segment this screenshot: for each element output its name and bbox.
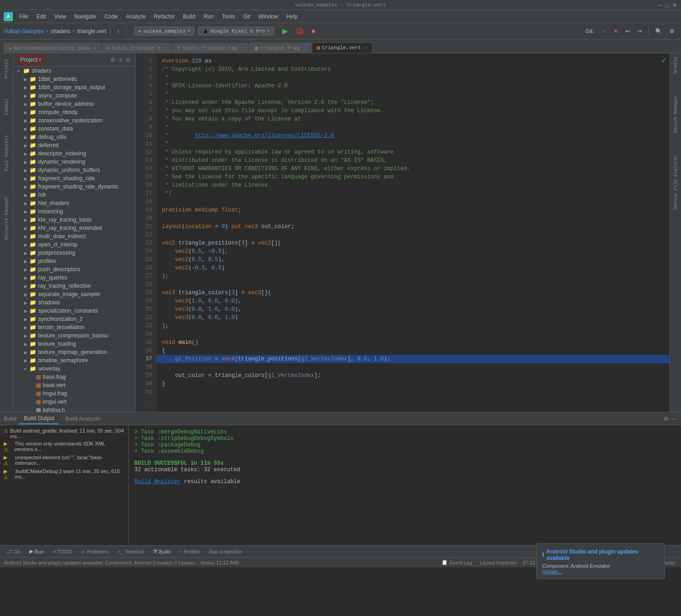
gear-icon-btn[interactable]: ⚙ xyxy=(109,56,116,64)
tree-item[interactable]: ▦ base.frag xyxy=(14,373,135,381)
redo-btn[interactable]: ↪ xyxy=(635,27,645,36)
tree-item[interactable]: ▶ 📁 terrain_tessellation xyxy=(14,323,135,331)
build-analyzer-tab[interactable]: Build Analyzer xyxy=(61,414,105,424)
undo-btn[interactable]: ↩ xyxy=(623,27,633,36)
build-analyzer-link[interactable]: Build Analyzer xyxy=(134,479,181,485)
menu-tools[interactable]: Tools xyxy=(218,12,239,21)
search-everywhere-btn[interactable]: 🔍 xyxy=(652,27,665,36)
tab-hello-cpp[interactable]: C hello_triangle.cpp ✕ xyxy=(173,43,249,53)
tree-item[interactable]: ▶ 📁 hlsl_shaders xyxy=(14,199,135,207)
tree-item[interactable]: ▶ 📁 descriptor_indexing xyxy=(14,149,135,158)
tree-item[interactable]: ▶ 📁 fragment_shading_rate xyxy=(14,174,135,183)
git-check-btn[interactable]: ✓ xyxy=(599,27,609,36)
menu-edit[interactable]: Edit xyxy=(33,12,50,21)
pull-requests-toggle[interactable]: Pull Requests xyxy=(3,133,10,173)
stop-btn[interactable]: ■ xyxy=(309,27,318,36)
minimize-btn[interactable]: ─ xyxy=(658,1,663,9)
tree-item[interactable]: ▶ 📁 compute_nbody xyxy=(14,108,135,116)
device-file-explorer-toggle[interactable]: Device File Explorer xyxy=(672,151,679,213)
tree-item[interactable]: ▶ 📁 postprocessing xyxy=(14,249,135,257)
tree-item[interactable]: ▶ 📁 hdr xyxy=(14,191,135,199)
menu-file[interactable]: File xyxy=(16,12,32,21)
tree-item[interactable]: ▶ 📁 dynamic_rendering xyxy=(14,158,135,166)
device-manager-toggle[interactable]: Device Manager xyxy=(672,91,679,137)
tree-item[interactable]: ▶ 📁 specialization_constants xyxy=(14,307,135,315)
tree-item[interactable]: ▶ 📁 texture_mipmap_generation xyxy=(14,348,135,356)
profiler-nav-btn[interactable]: ~ Profiler xyxy=(177,548,202,555)
tree-item[interactable]: ▶ 📁 16bit_arithmetic xyxy=(14,75,135,83)
tree-item[interactable]: ▦ base.vert xyxy=(14,381,135,389)
tree-item[interactable]: ▦ lighting.h xyxy=(14,406,135,412)
maximize-btn[interactable]: □ xyxy=(665,1,669,9)
event-log-btn[interactable]: 📋 Event Log xyxy=(440,559,474,566)
device-selector[interactable]: 📱 Google Pixel 6 Pro ▼ xyxy=(198,27,274,35)
folder-shaders[interactable]: shaders xyxy=(51,28,70,34)
commit-toggle[interactable]: Commit xyxy=(3,97,10,117)
tree-item[interactable]: ▶ 📁 conservative_rasterization xyxy=(14,116,135,125)
collapse-btn[interactable]: ─ xyxy=(671,415,677,423)
project-name[interactable]: Vulkan-Samples xyxy=(4,28,44,34)
tree-item[interactable]: ▶ 📁 debug_utils xyxy=(14,133,135,141)
tree-item[interactable]: ▶ 📁 multi_draw_indirect xyxy=(14,232,135,240)
menu-refactor[interactable]: Refactor xyxy=(150,12,178,21)
tree-item[interactable]: ▶ 📁 texture_loading xyxy=(14,340,135,348)
app-inspection-nav-btn[interactable]: App Inspection xyxy=(206,548,246,555)
tree-item[interactable]: ▶ 📁 push_descriptors xyxy=(14,265,135,274)
tree-item[interactable]: ▦ imgui.frag xyxy=(14,389,135,398)
tree-item[interactable]: ▶ 📁 ray_queries xyxy=(14,274,135,282)
tree-item[interactable]: ▶ 📁 buffer_device_address xyxy=(14,100,135,108)
build-tree-item[interactable]: ▶ ⚠This version only understands SDK XML… xyxy=(2,440,126,454)
tab-close[interactable]: ✕ xyxy=(93,46,96,51)
notification-update-link[interactable]: Update... xyxy=(542,569,659,574)
layout-inspector-btn[interactable]: Layout Inspector xyxy=(478,559,519,566)
tree-item[interactable]: ▶ 📁 dynamic_uniform_buffers xyxy=(14,166,135,174)
resource-manager-toggle[interactable]: Resource Manager xyxy=(3,194,10,242)
expand-all-btn[interactable]: ⊟ xyxy=(125,56,132,64)
tree-item[interactable]: ▶ 📁 timeline_semaphore xyxy=(14,356,135,365)
build-output-tab[interactable]: Build Output xyxy=(19,413,59,424)
tree-item[interactable]: ▶ 📁 khr_ray_tracing_extended xyxy=(14,224,135,232)
todo-nav-btn[interactable]: ≡ TODO xyxy=(50,548,74,555)
tab-native-sample[interactable]: ☕ NativeSampleActivity.java ✕ xyxy=(4,43,101,53)
tree-item[interactable]: ▶ 📁 16bit_storage_input_output xyxy=(14,83,135,91)
run-btn[interactable]: ▶ xyxy=(280,25,291,37)
close-btn[interactable]: ✕ xyxy=(672,1,677,9)
run-nav-btn[interactable]: ▶ Run xyxy=(27,548,46,555)
tab-close[interactable]: ✕ xyxy=(365,45,367,51)
menu-window[interactable]: Window xyxy=(255,12,282,21)
tree-item[interactable]: ▶ 📁 fragment_shading_rate_dynamic xyxy=(14,183,135,191)
build-tree-item[interactable]: ▶ ⚠unexpected element (uri:"", local:"ba… xyxy=(2,454,126,468)
tree-item[interactable]: ▶ 📁 profiles xyxy=(14,257,135,265)
tree-item[interactable]: ▦ imgui.vert xyxy=(14,398,135,406)
settings-btn[interactable]: ⚙ xyxy=(663,415,670,423)
collapse-all-btn[interactable]: ≡ xyxy=(118,56,123,64)
tab-hello-h[interactable]: h hello_triangle.h ✕ xyxy=(102,43,172,53)
project-selector[interactable]: ▶ vulkan_samples ▼ xyxy=(134,27,195,35)
git-btn[interactable]: Git: xyxy=(583,27,597,36)
build-tree-item[interactable]: ⚠Build android_gradle: finished: 11 min,… xyxy=(2,427,126,440)
tab-close[interactable]: ✕ xyxy=(164,46,167,51)
gradle-toggle[interactable]: Gradle xyxy=(672,53,679,77)
project-panel-toggle[interactable]: Project xyxy=(3,57,10,80)
tab-triangle-vert[interactable]: ▦ triangle.vert ✕ xyxy=(312,42,372,53)
tree-item[interactable]: ▶ 📁 constant_data xyxy=(14,125,135,133)
tree-item[interactable]: ▾ 📁 uioverlay xyxy=(14,365,135,373)
tree-item[interactable]: ▶ 📁 synchronization_2 xyxy=(14,315,135,323)
tab-close[interactable]: ✕ xyxy=(303,46,306,51)
tree-item[interactable]: ▶ 📁 async_compute xyxy=(14,91,135,100)
tab-close[interactable]: ✕ xyxy=(241,46,244,51)
menu-view[interactable]: View xyxy=(51,12,70,21)
menu-navigate[interactable]: Navigate xyxy=(71,12,100,21)
settings-btn[interactable]: ⚙ xyxy=(667,27,677,36)
git-x-btn[interactable]: ✕ xyxy=(611,27,621,36)
menu-build[interactable]: Build xyxy=(179,12,199,21)
code-content[interactable]: #version 320 es/* Copyright (c) 2019, Ar… xyxy=(156,53,670,412)
tree-item[interactable]: ▶ 📁 shadows xyxy=(14,298,135,307)
menu-code[interactable]: Code xyxy=(101,12,121,21)
git-nav-btn[interactable]: ⎇ Git xyxy=(4,548,23,555)
tree-item[interactable]: ▶ 📁 separate_image_sampler xyxy=(14,290,135,298)
menu-help[interactable]: Help xyxy=(283,12,302,21)
project-dropdown[interactable]: Project ▼ xyxy=(17,55,44,64)
tree-item[interactable]: ▶ 📁 instancing xyxy=(14,207,135,216)
tree-item[interactable]: ▶ 📁 khr_ray_tracing_basic xyxy=(14,216,135,224)
